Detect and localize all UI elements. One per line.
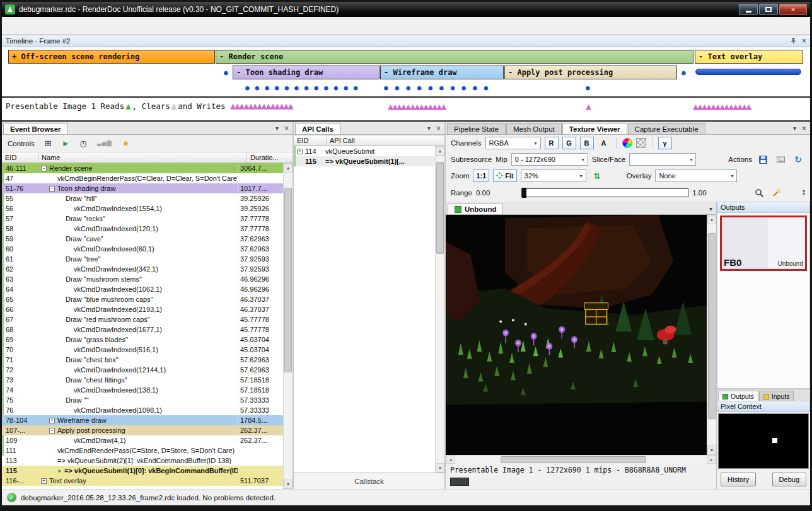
expander-icon[interactable] [66, 408, 71, 413]
event-row[interactable]: 51-76 - Toon shading draw 1017.7... [2, 183, 283, 193]
export-image-icon[interactable] [774, 153, 787, 166]
panel-menu-icon[interactable]: ▾ [793, 125, 796, 132]
timeline-text-overlay-range[interactable] [695, 69, 801, 75]
expander-icon[interactable]: + [41, 478, 47, 484]
timeline-marker-render-scene[interactable]: - Render scene [216, 50, 693, 64]
event-row[interactable]: 69 Draw "grass blades" 45.03704 [2, 335, 283, 345]
event-row[interactable]: 56 vkCmdDrawIndexed(1554,1) 39.25926 [2, 204, 283, 214]
event-row[interactable]: 63 Draw "mushroom stems" 46.96296 [2, 274, 283, 284]
expander-icon[interactable]: - [49, 428, 55, 433]
right-panel-tab[interactable]: Texture Viewer [562, 123, 627, 134]
expander-icon[interactable] [66, 226, 71, 232]
scrollbar-thumb[interactable] [501, 456, 646, 463]
timeline-marker-text-overlay[interactable]: - Text overlay [695, 50, 803, 64]
draw-event-dot[interactable]: ● [224, 69, 228, 76]
panel-close-icon[interactable]: × [284, 125, 289, 132]
expander-icon[interactable]: - [49, 186, 55, 192]
api-call-list[interactable]: + 114 vkQueueSubmit 115 => vkQueueSubmit… [294, 146, 435, 473]
timeline-resource-usage-row[interactable]: Presentable Image 1 Reads▲, Clears▲and W… [2, 96, 810, 122]
right-panel-tab[interactable]: Pipeline State [447, 123, 506, 134]
close-button[interactable]: × [779, 4, 807, 15]
scrollbar-thumb[interactable] [284, 188, 292, 372]
expander-icon[interactable] [66, 267, 71, 272]
event-row[interactable]: 70 vkCmdDrawIndexed(516,1) 45.03704 [2, 345, 283, 355]
expander-icon[interactable] [57, 357, 63, 363]
panel-close-icon[interactable]: × [436, 125, 441, 132]
expander-icon[interactable] [66, 307, 71, 313]
bookmark-icon[interactable]: ★ [122, 139, 130, 147]
expander-icon[interactable] [57, 337, 63, 343]
expander-icon[interactable] [66, 438, 71, 444]
tab-api-calls[interactable]: API Calls [295, 123, 340, 134]
column-api-call[interactable]: API Call [327, 135, 444, 146]
texture-horizontal-scrollbar[interactable]: ◂ ▸ [446, 455, 716, 464]
panel-menu-icon[interactable]: ▾ [276, 125, 279, 132]
event-row[interactable]: 66 vkCmdDrawIndexed(2193,1) 46.37037 [2, 304, 283, 314]
autofit-wand-icon[interactable] [770, 187, 784, 199]
timeline[interactable]: + Off-screen scene rendering - Render sc… [2, 47, 810, 122]
expander-icon[interactable] [57, 297, 63, 302]
column-eid[interactable]: EID [294, 135, 327, 146]
scrollbar-thumb[interactable] [436, 162, 444, 254]
expander-icon[interactable] [66, 347, 71, 353]
red-channel-button[interactable]: R [545, 137, 559, 149]
event-row[interactable]: 59 Draw "cave" 37.62963 [2, 234, 283, 244]
api-calls-scrollbar[interactable]: ▲ ▼ [435, 146, 444, 473]
toolbar-overflow-icon[interactable]: ▾▾ [803, 190, 805, 195]
expander-icon[interactable] [57, 256, 63, 262]
scroll-left-icon[interactable]: ◂ [446, 456, 455, 464]
event-row[interactable]: 107-... - Apply post processing 262.37..… [2, 425, 283, 435]
event-row[interactable]: 64 vkCmdDrawIndexed(1062,1) 46.96296 [2, 284, 283, 294]
expander-icon[interactable] [66, 327, 71, 333]
maximize-button[interactable] [759, 4, 778, 15]
event-row[interactable]: 58 vkCmdDrawIndexed(120,1) 37.77778 [2, 224, 283, 234]
scrollbar-thumb[interactable] [708, 233, 716, 419]
menu-item[interactable] [46, 23, 60, 29]
expander-icon[interactable] [57, 398, 63, 403]
expander-icon[interactable]: - [41, 166, 47, 171]
event-row[interactable]: 116-... + Text overlay 511.7037 [2, 476, 283, 486]
expander-icon[interactable] [49, 458, 55, 464]
right-panel-tab[interactable]: Mesh Output [506, 123, 562, 134]
write-marker[interactable]: ▲ [586, 101, 590, 112]
api-call-row[interactable]: + 114 vkQueueSubmit [294, 146, 435, 156]
draw-event-dot[interactable]: ● [682, 69, 686, 76]
event-row[interactable]: 65 Draw "blue mushroom caps" 46.37037 [2, 294, 283, 304]
scroll-down-icon[interactable]: ▼ [436, 463, 444, 473]
event-row[interactable]: 71 Draw "chest box" 57.62963 [2, 355, 283, 365]
expander-icon[interactable] [57, 317, 63, 323]
minimize-button[interactable] [739, 4, 758, 15]
expander-icon[interactable] [66, 367, 71, 373]
api-call-row[interactable]: 115 => vkQueueSubmit(1)[... [294, 156, 435, 166]
event-row[interactable]: 73 Draw "chest fittings" 57.18518 [2, 375, 283, 385]
render-target-list[interactable]: FB0 Unbound [717, 213, 810, 389]
green-channel-button[interactable]: G [562, 137, 576, 149]
expander-icon[interactable]: + [49, 418, 55, 423]
event-row[interactable]: 60 vkCmdDrawIndexed(60,1) 37.62963 [2, 244, 283, 254]
panel-menu-icon[interactable]: ▾ [427, 125, 431, 132]
time-draws-icon[interactable]: ◷ [80, 139, 87, 147]
event-row[interactable]: 111 vkCmdEndRenderPass(C=Store, D=Store,… [2, 445, 283, 456]
texture-vertical-scrollbar[interactable]: ▲ ▼ [707, 215, 716, 455]
mip-select[interactable]: 0 - 1272x690▾ [511, 153, 588, 166]
event-browser-scrollbar[interactable]: ▲ ▼ [283, 163, 293, 489]
save-icon[interactable] [756, 153, 770, 166]
event-row[interactable]: 109 vkCmdDraw(4,1) 262.37... [2, 435, 283, 445]
expander-icon[interactable]: + [297, 149, 303, 154]
event-row[interactable]: 55 Draw "hill" 39.25926 [2, 193, 283, 204]
expander-icon[interactable] [57, 236, 63, 242]
flip-y-icon[interactable]: ⇅ [590, 169, 604, 182]
range-slider-thumb[interactable] [522, 188, 526, 198]
fb0-thumbnail[interactable]: FB0 Unbound [720, 215, 807, 271]
range-min-value[interactable]: 0.00 [476, 189, 490, 197]
write-markers[interactable]: ▲▲▲▲▲▲▲▲▲▲▲▲▲ [693, 101, 750, 112]
scroll-right-icon[interactable]: ▸ [707, 456, 716, 464]
event-row[interactable]: 68 vkCmdDrawIndexed(1677,1) 45.77778 [2, 324, 283, 335]
event-row[interactable]: 75 Draw "" 57.33333 [2, 395, 283, 405]
timeline-close-icon[interactable]: × [802, 37, 806, 45]
expander-icon[interactable] [66, 287, 71, 292]
event-row[interactable]: 113 => vkQueueSubmit(2)[1]: vkEndCommand… [2, 456, 283, 466]
overlay-select[interactable]: None▾ [655, 169, 737, 182]
expander-icon[interactable] [57, 216, 63, 222]
event-row[interactable]: 115 ► => vkQueueSubmit(1)[0]: vkBeginCom… [2, 466, 283, 476]
